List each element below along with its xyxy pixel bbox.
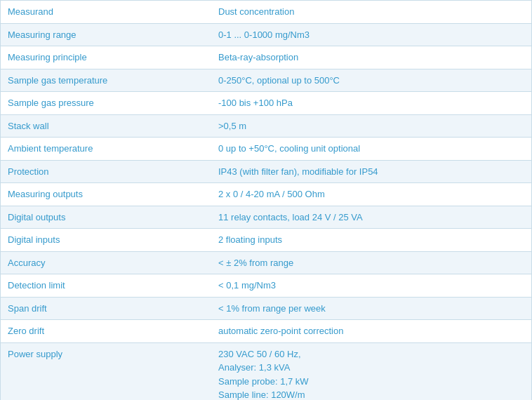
row-value: < 0,1 mg/Nm3	[211, 274, 531, 297]
row-value: 2 floating inputs	[211, 229, 531, 251]
row-value: < 1% from range per week	[211, 298, 531, 320]
row-label: Sample gas temperature	[1, 69, 211, 92]
row-label: Zero drift	[1, 320, 211, 342]
table-row: Accuracy< ± 2% from range	[1, 252, 531, 275]
row-value: < ± 2% from range	[211, 252, 531, 274]
row-value: 0 up to +50°C, cooling unit optional	[211, 138, 531, 160]
row-label: Protection	[1, 161, 211, 183]
table-row: Sample gas pressure-100 bis +100 hPa	[1, 92, 531, 115]
row-value: 11 relay contacts, load 24 V / 25 VA	[211, 206, 531, 229]
table-row: Power supply230 VAC 50 / 60 Hz,Analyser:…	[1, 343, 531, 401]
table-row: Digital inputs2 floating inputs	[1, 229, 531, 252]
row-label: Digital inputs	[1, 229, 211, 251]
table-row: Digital outputs11 relay contacts, load 2…	[1, 206, 531, 229]
row-label: Digital outputs	[1, 206, 211, 229]
row-label: Sample gas pressure	[1, 92, 211, 114]
row-value: >0,5 m	[211, 115, 531, 138]
table-row: Sample gas temperature0-250°C, optional …	[1, 69, 531, 93]
row-value: 230 VAC 50 / 60 Hz,Analyser: 1,3 kVASamp…	[211, 343, 531, 401]
row-label: Detection limit	[1, 274, 211, 297]
row-value: -100 bis +100 hPa	[211, 92, 531, 114]
row-value: IP43 (with filter fan), modifiable for I…	[211, 161, 531, 183]
row-label: Ambient temperature	[1, 138, 211, 160]
row-label: Measuring principle	[1, 46, 211, 69]
row-value: Dust concentration	[211, 1, 531, 23]
table-row: MeasurandDust concentration	[1, 1, 531, 24]
row-value: 2 x 0 / 4-20 mA / 500 Ohm	[211, 183, 531, 206]
table-row: Measuring outputs2 x 0 / 4-20 mA / 500 O…	[1, 183, 531, 206]
table-row: Ambient temperature0 up to +50°C, coolin…	[1, 138, 531, 161]
row-label: Span drift	[1, 298, 211, 320]
row-label: Power supply	[1, 343, 211, 401]
row-value: automatic zero-point correction	[211, 320, 531, 342]
table-row: Stack wall>0,5 m	[1, 115, 531, 138]
row-label: Stack wall	[1, 115, 211, 138]
row-value: 0-1 ... 0-1000 mg/Nm3	[211, 24, 531, 46]
row-label: Measuring outputs	[1, 183, 211, 206]
table-row: ProtectionIP43 (with filter fan), modifi…	[1, 161, 531, 184]
table-row: Zero driftautomatic zero-point correctio…	[1, 320, 531, 343]
row-value: 0-250°C, optional up to 500°C	[211, 69, 531, 92]
row-label: Measuring range	[1, 24, 211, 46]
table-row: Detection limit< 0,1 mg/Nm3	[1, 274, 531, 298]
row-label: Accuracy	[1, 252, 211, 274]
specs-table: MeasurandDust concentrationMeasuring ran…	[0, 0, 532, 400]
row-value: Beta-ray-absorption	[211, 46, 531, 69]
table-row: Measuring principleBeta-ray-absorption	[1, 46, 531, 69]
table-row: Measuring range0-1 ... 0-1000 mg/Nm3	[1, 24, 531, 47]
table-row: Span drift< 1% from range per week	[1, 298, 531, 321]
row-label: Measurand	[1, 1, 211, 23]
